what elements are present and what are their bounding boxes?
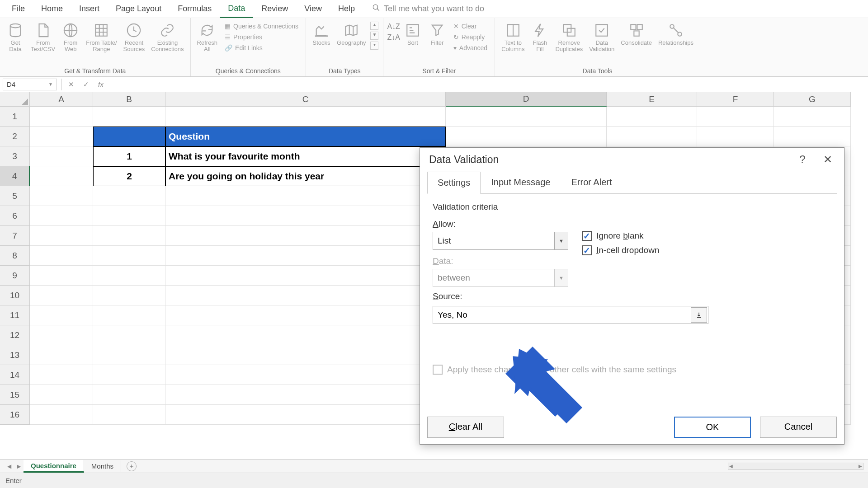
cell-C10[interactable] — [165, 286, 446, 305]
cell-C4[interactable]: Are you going on holiday this year — [165, 166, 446, 186]
cell-A16[interactable] — [30, 405, 93, 425]
sort-desc-icon[interactable]: Z↓A — [387, 33, 400, 42]
column-header-f[interactable]: F — [697, 92, 774, 107]
help-button[interactable]: ? — [795, 153, 810, 166]
cell-F1[interactable] — [697, 107, 774, 127]
tell-me-search[interactable]: Tell me what you want to do — [372, 4, 484, 14]
row-header-5[interactable]: 5 — [0, 186, 30, 206]
column-header-g[interactable]: G — [774, 92, 851, 107]
gallery-down-icon[interactable]: ▼ — [370, 32, 378, 40]
cell-B16[interactable] — [93, 405, 165, 425]
tab-settings[interactable]: Settings — [427, 172, 481, 194]
refresh-all-button[interactable]: Refresh All — [194, 20, 221, 55]
cell-C15[interactable] — [165, 385, 446, 405]
row-header-4[interactable]: 4 — [0, 166, 30, 186]
cell-C9[interactable] — [165, 266, 446, 286]
cell-A7[interactable] — [30, 226, 93, 246]
cell-F2[interactable] — [697, 127, 774, 146]
cell-C16[interactable] — [165, 405, 446, 425]
clear-all-button[interactable]: Clear All — [427, 417, 504, 438]
cell-A14[interactable] — [30, 365, 93, 385]
cell-C13[interactable] — [165, 345, 446, 365]
cell-G1[interactable] — [774, 107, 851, 127]
cell-C12[interactable] — [165, 325, 446, 345]
cell-A5[interactable] — [30, 186, 93, 206]
recent-sources-button[interactable]: Recent Sources — [121, 20, 148, 55]
cell-A3[interactable] — [30, 146, 93, 166]
column-header-b[interactable]: B — [93, 92, 165, 107]
cell-B5[interactable] — [93, 186, 165, 206]
close-icon[interactable]: ✕ — [821, 153, 835, 166]
sheet-nav-prev[interactable]: ◀ — [5, 463, 14, 469]
from-table-range-button[interactable]: From Table/ Range — [83, 20, 119, 55]
allow-combobox[interactable]: List ▼ — [433, 232, 568, 250]
select-all-corner[interactable] — [0, 92, 30, 107]
row-header-13[interactable]: 13 — [0, 345, 30, 365]
cell-C7[interactable] — [165, 226, 446, 246]
row-header-7[interactable]: 7 — [0, 226, 30, 246]
gallery-up-icon[interactable]: ▲ — [370, 22, 378, 30]
existing-connections-button[interactable]: Existing Connections — [148, 20, 186, 55]
menu-home[interactable]: Home — [33, 0, 71, 17]
menu-page-layout[interactable]: Page Layout — [108, 0, 170, 17]
queries-connections-item[interactable]: ▦Queries & Connections — [223, 22, 300, 31]
ignore-blank-checkbox[interactable]: ✓ Ignore blank — [582, 231, 659, 241]
cell-A13[interactable] — [30, 345, 93, 365]
cell-C1[interactable] — [165, 107, 446, 127]
sort-button[interactable]: Sort — [401, 20, 425, 48]
cell-G2[interactable] — [774, 127, 851, 146]
clear-filter-item[interactable]: ✕Clear — [452, 22, 489, 31]
row-header-16[interactable]: 16 — [0, 405, 30, 425]
menu-file[interactable]: File — [4, 0, 33, 17]
cell-B12[interactable] — [93, 325, 165, 345]
cell-A8[interactable] — [30, 246, 93, 266]
menu-insert[interactable]: Insert — [71, 0, 108, 17]
sheet-tab-months[interactable]: Months — [84, 460, 121, 472]
source-input[interactable] — [433, 306, 690, 324]
filter-button[interactable]: Filter — [425, 20, 449, 48]
cancel-button[interactable]: Cancel — [760, 417, 837, 438]
row-header-3[interactable]: 3 — [0, 146, 30, 166]
gallery-more-icon[interactable]: ▾ — [370, 42, 378, 50]
cell-B4[interactable]: 2 — [93, 166, 165, 186]
chevron-down-icon[interactable]: ▼ — [554, 232, 568, 249]
tab-input-message[interactable]: Input Message — [481, 171, 561, 193]
menu-data[interactable]: Data — [220, 0, 253, 18]
row-header-15[interactable]: 15 — [0, 385, 30, 405]
column-header-a[interactable]: A — [30, 92, 93, 107]
edit-links-item[interactable]: 🔗Edit Links — [223, 43, 300, 52]
cell-B14[interactable] — [93, 365, 165, 385]
advanced-filter-item[interactable]: ▾Advanced — [452, 43, 489, 52]
cell-B9[interactable] — [93, 266, 165, 286]
cell-C6[interactable] — [165, 206, 446, 226]
cell-E1[interactable] — [607, 107, 697, 127]
cell-D1[interactable] — [446, 107, 607, 127]
cell-B3[interactable]: 1 — [93, 146, 165, 166]
cell-A12[interactable] — [30, 325, 93, 345]
cell-B13[interactable] — [93, 345, 165, 365]
from-text-csv-button[interactable]: From Text/CSV — [28, 20, 58, 55]
menu-formulas[interactable]: Formulas — [170, 0, 220, 17]
data-validation-button[interactable]: Data Validation — [586, 20, 617, 55]
cell-B1[interactable] — [93, 107, 165, 127]
cell-A10[interactable] — [30, 286, 93, 305]
relationships-button[interactable]: Relationships — [656, 20, 696, 48]
menu-review[interactable]: Review — [253, 0, 296, 17]
cell-A9[interactable] — [30, 266, 93, 286]
text-to-columns-button[interactable]: Text to Columns — [499, 20, 527, 55]
name-box[interactable]: D4 ▼ — [3, 79, 57, 90]
cell-B15[interactable] — [93, 385, 165, 405]
column-header-d[interactable]: D — [446, 92, 607, 107]
cell-A15[interactable] — [30, 385, 93, 405]
sheet-nav-next[interactable]: ▶ — [14, 463, 24, 469]
cell-A6[interactable] — [30, 206, 93, 226]
cell-C8[interactable] — [165, 246, 446, 266]
cell-C5[interactable] — [165, 186, 446, 206]
cancel-formula-icon[interactable]: ✕ — [64, 80, 79, 89]
row-header-12[interactable]: 12 — [0, 325, 30, 345]
sheet-tab-questionnaire[interactable]: Questionnaire — [24, 460, 84, 473]
fx-icon[interactable]: fx — [94, 80, 108, 88]
row-header-14[interactable]: 14 — [0, 365, 30, 385]
from-web-button[interactable]: From Web — [59, 20, 82, 55]
cell-B11[interactable] — [93, 305, 165, 325]
